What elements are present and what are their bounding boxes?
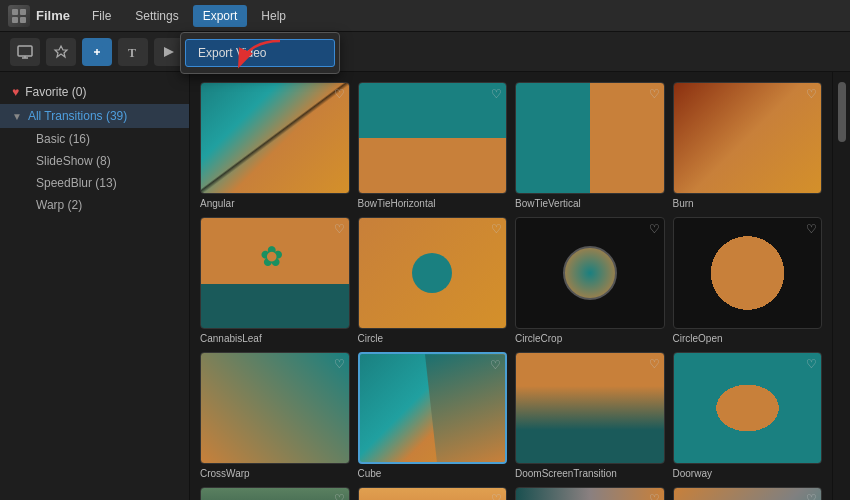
favorite-icon-angular[interactable]: ♡ [334,87,345,101]
thumb-dreamy: ♡ [200,487,350,500]
thumb-fade: ♡ [515,487,665,500]
menubar: Filme File Settings Export Help [0,0,850,32]
sidebar-slideshow-label: SlideShow (8) [36,154,111,168]
thumb-doorway: ♡ [673,352,823,464]
export-video-item[interactable]: Export Video [185,39,335,67]
app-logo-icon [8,5,30,27]
thumb-fadecolor: ♡ [673,487,823,500]
thumb-cube: ♡ [358,352,508,464]
thumb-doom: ♡ [515,352,665,464]
favorite-icon-burn[interactable]: ♡ [806,87,817,101]
favorite-icon-fade[interactable]: ♡ [649,492,660,500]
thumb-circlecrop: ♡ [515,217,665,329]
thumb-cannabis: ♡ [200,217,350,329]
transition-doom[interactable]: ♡ DoomScreenTransition [515,352,665,479]
transition-dreamy[interactable]: ♡ Dreamy [200,487,350,500]
toolbar-effects-btn[interactable] [46,38,76,66]
transition-bowtie-h[interactable]: ♡ BowTieHorizontal [358,82,508,209]
favorite-icon-dreamy[interactable]: ♡ [334,492,345,500]
favorite-icon-bowtie-v[interactable]: ♡ [649,87,660,101]
transition-circlecrop[interactable]: ♡ CircleCrop [515,217,665,344]
export-dropdown: Export Video [180,32,340,74]
favorite-icon-circleopen[interactable]: ♡ [806,222,817,236]
name-bowtie-h: BowTieHorizontal [358,198,508,209]
thumb-circleopen: ♡ [673,217,823,329]
svg-marker-8 [55,46,67,57]
svg-rect-1 [20,9,26,15]
name-crosswarp: CrossWarp [200,468,350,479]
transition-crosswarp[interactable]: ♡ CrossWarp [200,352,350,479]
thumb-angular: ♡ [200,82,350,194]
menu-help[interactable]: Help [251,5,296,27]
svg-rect-3 [20,17,26,23]
transition-angular[interactable]: ♡ Angular [200,82,350,209]
toolbar-screen-btn[interactable] [10,38,40,66]
sidebar-all-label: All Transitions (39) [28,109,127,123]
sidebar-warp[interactable]: Warp (2) [24,194,189,216]
svg-rect-5 [18,46,32,56]
app-logo: Filme [8,5,70,27]
transition-circleopen[interactable]: ♡ CircleOpen [673,217,823,344]
favorite-icon-circlecrop[interactable]: ♡ [649,222,660,236]
name-cannabis: CannabisLeaf [200,333,350,344]
thumb-crosswarp: ♡ [200,352,350,464]
name-doom: DoomScreenTransition [515,468,665,479]
name-doorway: Doorway [673,468,823,479]
app-name: Filme [36,8,70,23]
favorite-icon-doorway[interactable]: ♡ [806,357,817,371]
name-burn: Burn [673,198,823,209]
transition-doorway[interactable]: ♡ Doorway [673,352,823,479]
favorite-icon-crosswarp[interactable]: ♡ [334,357,345,371]
favorite-icon-doom[interactable]: ♡ [649,357,660,371]
toolbar: T [0,32,850,72]
svg-text:T: T [128,46,136,60]
thumb-bowtie-v: ♡ [515,82,665,194]
thumb-bowtie-h: ♡ [358,82,508,194]
name-circle: Circle [358,333,508,344]
scrollbar-thumb[interactable] [838,82,846,142]
svg-rect-0 [12,9,18,15]
svg-rect-2 [12,17,18,23]
name-cube: Cube [358,468,508,479]
sidebar-speedblur[interactable]: SpeedBlur (13) [24,172,189,194]
transition-bowtie-v[interactable]: ♡ BowTieVertical [515,82,665,209]
name-circleopen: CircleOpen [673,333,823,344]
transition-fade[interactable]: ♡ Fade [515,487,665,500]
sidebar-slideshow[interactable]: SlideShow (8) [24,150,189,172]
transition-fadecolor[interactable]: ♡ Fadecolor [673,487,823,500]
thumb-circle: ♡ [358,217,508,329]
thumb-burn: ♡ [673,82,823,194]
sidebar-categories: Basic (16) SlideShow (8) SpeedBlur (13) … [0,128,189,216]
heart-icon: ♥ [12,85,19,99]
transition-circle[interactable]: ♡ Circle [358,217,508,344]
transition-dreamyzoom[interactable]: ♡ DreamyZoom [358,487,508,500]
favorite-icon-dreamyzoom[interactable]: ♡ [491,492,502,500]
main-layout: ♥ Favorite (0) ▼ All Transitions (39) Ba… [0,72,850,500]
sidebar-basic-label: Basic (16) [36,132,90,146]
toolbar-text-btn[interactable]: T [118,38,148,66]
sidebar-basic[interactable]: Basic (16) [24,128,189,150]
sidebar-all-transitions[interactable]: ▼ All Transitions (39) [0,104,189,128]
sidebar: ♥ Favorite (0) ▼ All Transitions (39) Ba… [0,72,190,500]
favorite-icon-cannabis[interactable]: ♡ [334,222,345,236]
sidebar-favorite[interactable]: ♥ Favorite (0) [0,80,189,104]
name-bowtie-v: BowTieVertical [515,198,665,209]
name-angular: Angular [200,198,350,209]
menu-file[interactable]: File [82,5,121,27]
menu-settings[interactable]: Settings [125,5,188,27]
transitions-content: ♡ Angular ♡ BowTieHorizontal ♡ BowTieVer… [190,72,832,500]
sidebar-speedblur-label: SpeedBlur (13) [36,176,117,190]
favorite-icon-bowtie-h[interactable]: ♡ [491,87,502,101]
favorite-icon-circle[interactable]: ♡ [491,222,502,236]
transition-burn[interactable]: ♡ Burn [673,82,823,209]
sidebar-warp-label: Warp (2) [36,198,82,212]
svg-marker-13 [164,47,174,57]
transition-cube[interactable]: ♡ Cube [358,352,508,479]
favorite-icon-cube[interactable]: ♡ [490,358,501,372]
toolbar-edit-btn[interactable] [82,38,112,66]
sidebar-favorite-label: Favorite (0) [25,85,86,99]
thumb-dreamyzoom: ♡ [358,487,508,500]
menu-export[interactable]: Export [193,5,248,27]
favorite-icon-fadecolor[interactable]: ♡ [806,492,817,500]
transition-cannabis[interactable]: ♡ CannabisLeaf [200,217,350,344]
